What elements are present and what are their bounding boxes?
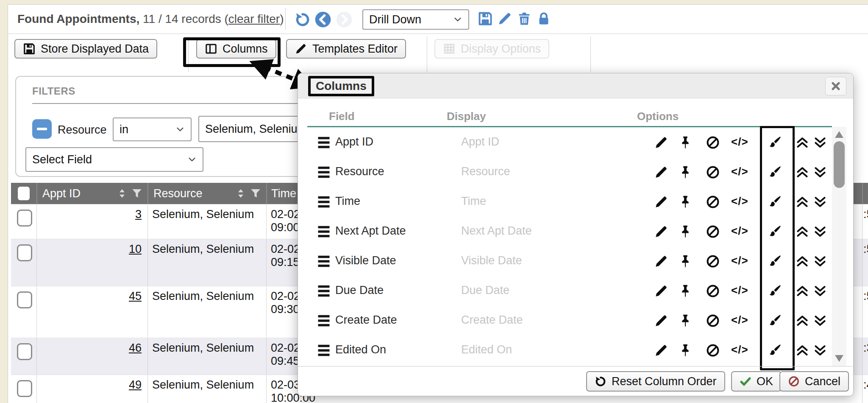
hide-column-icon[interactable] bbox=[706, 343, 720, 358]
style-column-icon[interactable] bbox=[768, 284, 782, 298]
style-column-icon[interactable] bbox=[768, 343, 782, 358]
drag-handle-icon[interactable] bbox=[317, 195, 331, 209]
style-column-icon[interactable] bbox=[768, 224, 782, 239]
drag-handle-icon[interactable] bbox=[317, 224, 331, 239]
appt-id-link[interactable]: 3 bbox=[37, 208, 147, 221]
select-field-dropdown[interactable]: Select Field bbox=[25, 147, 203, 172]
format-column-icon[interactable]: </> bbox=[731, 343, 748, 356]
table-header-appt-id[interactable]: Appt ID bbox=[36, 183, 147, 204]
store-displayed-data-button[interactable]: Store Displayed Data bbox=[14, 39, 157, 59]
appt-id-link[interactable]: 46 bbox=[37, 341, 147, 355]
undo-icon[interactable] bbox=[295, 11, 311, 28]
move-column-down-icon[interactable] bbox=[813, 224, 827, 239]
scroll-up-icon[interactable] bbox=[835, 131, 843, 138]
format-column-icon[interactable]: </> bbox=[731, 195, 748, 208]
move-column-up-icon[interactable] bbox=[795, 284, 810, 298]
row-checkbox[interactable] bbox=[17, 244, 32, 261]
move-column-down-icon[interactable] bbox=[813, 343, 827, 358]
move-column-up-icon[interactable] bbox=[795, 135, 810, 150]
save-view-icon[interactable] bbox=[478, 11, 493, 26]
dialog-titlebar[interactable]: Columns bbox=[298, 73, 853, 98]
templates-editor-button[interactable]: Templates Editor bbox=[286, 39, 406, 59]
edit-column-icon[interactable] bbox=[654, 313, 668, 328]
dialog-close-button[interactable] bbox=[825, 77, 846, 95]
sort-icon[interactable] bbox=[235, 187, 247, 200]
appt-id-link[interactable]: 49 bbox=[37, 378, 147, 392]
lock-view-icon[interactable] bbox=[536, 11, 551, 26]
format-column-icon[interactable]: </> bbox=[731, 284, 748, 297]
hide-column-icon[interactable] bbox=[706, 313, 720, 328]
history-back-icon[interactable] bbox=[314, 11, 332, 28]
filter-operator-select[interactable]: in bbox=[113, 118, 192, 141]
table-header-resource[interactable]: Resource bbox=[147, 183, 266, 204]
format-column-icon[interactable]: </> bbox=[731, 313, 748, 327]
table-header-edge[interactable] bbox=[862, 183, 868, 204]
row-checkbox[interactable] bbox=[17, 291, 32, 308]
delete-view-icon[interactable] bbox=[517, 11, 532, 26]
move-column-down-icon[interactable] bbox=[813, 284, 827, 298]
format-column-icon[interactable]: </> bbox=[731, 224, 748, 238]
row-checkbox[interactable] bbox=[17, 380, 32, 397]
style-column-icon[interactable] bbox=[768, 195, 782, 209]
cancel-button[interactable]: Cancel bbox=[779, 371, 849, 392]
pin-column-icon[interactable] bbox=[678, 165, 693, 179]
pin-column-icon[interactable] bbox=[678, 224, 693, 239]
drag-handle-icon[interactable] bbox=[317, 135, 331, 150]
dialog-scrollbar[interactable] bbox=[832, 127, 846, 366]
style-column-icon[interactable] bbox=[768, 135, 782, 150]
drag-handle-icon[interactable] bbox=[317, 313, 331, 328]
move-column-down-icon[interactable] bbox=[813, 135, 827, 150]
row-checkbox[interactable] bbox=[17, 343, 32, 360]
pin-column-icon[interactable] bbox=[678, 284, 693, 298]
style-column-icon[interactable] bbox=[768, 313, 782, 328]
reset-column-order-button[interactable]: Reset Column Order bbox=[586, 371, 725, 392]
view-select[interactable]: Drill Down bbox=[362, 9, 469, 30]
edit-column-icon[interactable] bbox=[654, 343, 668, 358]
move-column-up-icon[interactable] bbox=[795, 165, 810, 179]
move-column-up-icon[interactable] bbox=[795, 195, 810, 209]
edit-column-icon[interactable] bbox=[654, 224, 668, 239]
hide-column-icon[interactable] bbox=[706, 254, 720, 269]
move-column-down-icon[interactable] bbox=[813, 254, 827, 269]
clear-filter-link[interactable]: clear filter bbox=[228, 12, 280, 25]
hide-column-icon[interactable] bbox=[706, 165, 720, 179]
filter-icon[interactable] bbox=[131, 187, 143, 200]
format-column-icon[interactable]: </> bbox=[731, 135, 748, 148]
select-all-checkbox[interactable] bbox=[18, 187, 30, 200]
pin-column-icon[interactable] bbox=[678, 254, 693, 269]
appt-id-link[interactable]: 10 bbox=[37, 243, 147, 256]
format-column-icon[interactable]: </> bbox=[731, 254, 748, 267]
pin-column-icon[interactable] bbox=[678, 313, 693, 328]
edit-column-icon[interactable] bbox=[654, 284, 668, 298]
ok-button[interactable]: OK bbox=[731, 371, 782, 392]
move-column-up-icon[interactable] bbox=[795, 343, 810, 358]
edit-column-icon[interactable] bbox=[654, 254, 668, 269]
move-column-down-icon[interactable] bbox=[813, 313, 827, 328]
drag-handle-icon[interactable] bbox=[317, 254, 331, 269]
hide-column-icon[interactable] bbox=[706, 135, 720, 150]
scroll-down-icon[interactable] bbox=[835, 355, 843, 362]
style-column-icon[interactable] bbox=[768, 165, 782, 179]
format-column-icon[interactable]: </> bbox=[731, 165, 748, 178]
edit-column-icon[interactable] bbox=[654, 195, 668, 209]
remove-filter-button[interactable] bbox=[32, 119, 52, 139]
move-column-up-icon[interactable] bbox=[795, 224, 810, 239]
hide-column-icon[interactable] bbox=[706, 224, 720, 239]
edit-column-icon[interactable] bbox=[654, 135, 668, 150]
scrollbar-thumb[interactable] bbox=[834, 141, 845, 188]
pin-column-icon[interactable] bbox=[678, 135, 693, 150]
drag-handle-icon[interactable] bbox=[317, 343, 331, 358]
drag-handle-icon[interactable] bbox=[317, 284, 331, 298]
move-column-up-icon[interactable] bbox=[795, 313, 810, 328]
hide-column-icon[interactable] bbox=[706, 284, 720, 298]
edit-view-icon[interactable] bbox=[497, 11, 512, 26]
sort-icon[interactable] bbox=[865, 187, 868, 200]
drag-handle-icon[interactable] bbox=[317, 165, 331, 179]
move-column-down-icon[interactable] bbox=[813, 165, 827, 179]
appt-id-link[interactable]: 45 bbox=[37, 290, 147, 303]
sort-icon[interactable] bbox=[116, 187, 128, 200]
style-column-icon[interactable] bbox=[768, 254, 782, 269]
edit-column-icon[interactable] bbox=[654, 165, 668, 179]
columns-button[interactable]: Columns bbox=[196, 39, 276, 59]
pin-column-icon[interactable] bbox=[678, 195, 693, 209]
